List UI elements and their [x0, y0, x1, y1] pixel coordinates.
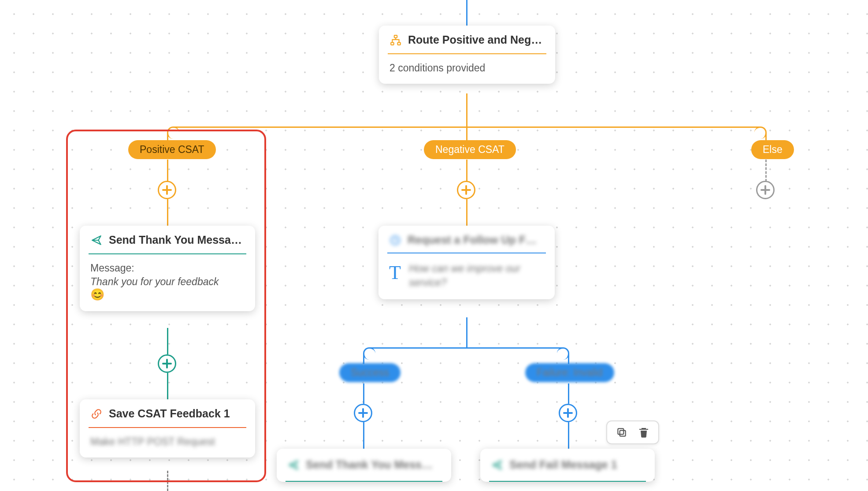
connector — [167, 199, 168, 226]
connector — [369, 347, 563, 349]
node-failure-send[interactable]: Send Fail Message 1 — [480, 449, 655, 482]
connector — [167, 373, 168, 399]
delete-button[interactable] — [637, 426, 650, 439]
node-title: Send Fail Message 1 — [509, 458, 617, 471]
branch-icon — [389, 34, 402, 46]
text-icon: T — [389, 261, 401, 284]
add-step-button[interactable] — [354, 404, 372, 422]
connector — [363, 422, 364, 449]
connector — [568, 383, 569, 404]
connector — [765, 160, 767, 182]
connector — [568, 353, 569, 364]
connector — [466, 160, 467, 182]
connector — [363, 353, 364, 364]
node-title: Send Thank You Messa… — [306, 458, 438, 471]
node-body: Message: Thank you for your feedback 😊 — [80, 254, 255, 311]
node-route[interactable]: Route Positive and Nega… 2 conditions pr… — [379, 26, 555, 84]
workflow-canvas[interactable]: Route Positive and Nega… 2 conditions pr… — [0, 0, 868, 491]
node-request-followup[interactable]: Request a Follow Up Fee… T How can we im… — [378, 226, 555, 299]
svg-rect-1 — [391, 42, 394, 45]
node-body: Make HTTP POST Request — [80, 428, 255, 458]
connector — [363, 383, 364, 404]
add-step-button[interactable] — [158, 181, 176, 199]
branch-label-positive[interactable]: Positive CSAT — [128, 140, 216, 159]
http-icon — [90, 408, 103, 420]
connector-corner — [167, 126, 179, 139]
send-icon — [90, 234, 103, 246]
node-title: Send Thank You Messa… — [109, 234, 242, 246]
connector — [466, 317, 467, 347]
branch-label-negative[interactable]: Negative CSAT — [424, 140, 516, 159]
node-save-csat[interactable]: Save CSAT Feedback 1 Make HTTP POST Requ… — [80, 399, 255, 458]
add-step-button[interactable] — [457, 181, 475, 199]
branch-label-failure[interactable]: Failure: Invalid — [525, 363, 614, 382]
add-step-button[interactable] — [756, 181, 775, 199]
send-icon — [287, 459, 300, 471]
branch-label-else[interactable]: Else — [751, 140, 794, 159]
node-title: Save CSAT Feedback 1 — [109, 407, 230, 420]
branch-label-success[interactable]: Success — [339, 363, 401, 382]
svg-rect-2 — [397, 42, 401, 45]
connector — [167, 328, 168, 354]
svg-rect-4 — [620, 431, 626, 436]
connector — [167, 160, 168, 182]
body-text: Thank you for your feedback — [90, 276, 219, 287]
connector — [466, 199, 467, 226]
svg-rect-0 — [394, 35, 397, 37]
connector — [466, 93, 467, 126]
emoji: 😊 — [90, 288, 104, 301]
connector — [167, 471, 168, 491]
clock-icon — [389, 234, 401, 246]
copy-button[interactable] — [615, 426, 628, 439]
connector — [568, 422, 569, 449]
node-toolbar — [606, 420, 659, 444]
connector-corner — [557, 347, 569, 360]
node-subtitle: 2 conditions provided — [379, 54, 555, 84]
node-success-send[interactable]: Send Thank You Messa… — [277, 449, 451, 482]
connector — [466, 128, 467, 141]
node-send-thank-you[interactable]: Send Thank You Messa… Message: Thank you… — [80, 226, 255, 311]
node-title: Request a Follow Up Fee… — [408, 234, 540, 246]
connector-corner — [363, 347, 375, 360]
body-label: Message: — [90, 262, 245, 274]
add-step-button[interactable] — [158, 354, 176, 373]
node-title: Route Positive and Nega… — [408, 33, 545, 46]
send-icon — [491, 459, 503, 471]
node-prompt: How can we improve our service? — [409, 261, 544, 290]
connector — [466, 0, 467, 26]
add-step-button[interactable] — [559, 404, 577, 422]
svg-rect-5 — [618, 428, 623, 434]
connector-corner — [754, 126, 767, 139]
